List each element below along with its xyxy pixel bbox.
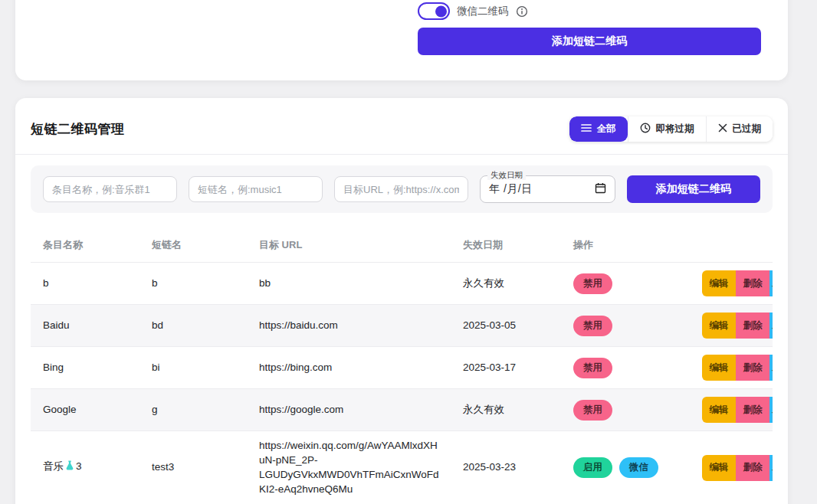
x-icon (718, 123, 727, 135)
cell-shortlink-name: bd (139, 311, 247, 341)
edit-button[interactable]: 编辑 (702, 355, 736, 381)
col-header-url: 目标 URL (247, 238, 451, 252)
qr-manager-card: 短链二维码管理 全部 即将过期 已过期 失效日期 年 /月/日 添加短链二维码 (15, 98, 788, 504)
cell-expiry-date: 2025-03-17 (451, 353, 561, 383)
action-button-group: 编辑删除二维码 (702, 397, 773, 423)
cell-expiry-date: 永久有效 (451, 269, 561, 299)
filter-tab-label: 即将过期 (656, 123, 694, 136)
expiry-date-value: 年 /月/日 (489, 182, 533, 196)
cell-target-url: https://baidu.com (247, 311, 451, 341)
cell-status: 禁用 (561, 308, 690, 344)
target-url-input[interactable] (334, 176, 468, 202)
delete-button[interactable]: 删除 (736, 313, 769, 339)
wechat-qr-toggle-label: 微信二维码 (457, 5, 509, 18)
clock-icon (640, 123, 651, 136)
action-button-group: 编辑删除二维码 (702, 270, 773, 296)
edit-button[interactable]: 编辑 (702, 455, 736, 481)
wechat-qr-toggle[interactable] (418, 2, 450, 20)
cell-target-url: https://weixin.qq.com/g/AwYAAMlxdXHuN-pN… (247, 431, 451, 504)
delete-button[interactable]: 删除 (736, 355, 769, 381)
qrcode-button[interactable]: 二维码 (769, 270, 773, 296)
edit-button[interactable]: 编辑 (702, 270, 736, 296)
qrcode-button[interactable]: 二维码 (769, 355, 773, 381)
expiry-date-label: 失效日期 (487, 170, 526, 180)
col-header-name: 条目名称 (31, 238, 139, 252)
edit-button[interactable]: 编辑 (702, 397, 736, 423)
wechat-badge[interactable]: 微信 (619, 457, 658, 478)
table-row: Googleghttps://google.com永久有效禁用编辑删除二维码 (31, 388, 773, 430)
cell-shortlink-name: g (139, 395, 247, 425)
flask-emoji (64, 460, 75, 476)
qrcode-button[interactable]: 二维码 (769, 313, 773, 339)
toggle-knob (435, 5, 447, 17)
disable-button[interactable]: 禁用 (573, 400, 612, 421)
table-row: bbbb永久有效禁用编辑删除二维码 (31, 262, 773, 304)
delete-button[interactable]: 删除 (736, 270, 769, 296)
cell-status: 禁用 (561, 266, 690, 302)
cell-status: 启用微信 (561, 450, 690, 486)
add-shortlink-qr-button-top[interactable]: 添加短链二维码 (418, 28, 761, 55)
qr-form-card: 微信二维码 添加短链二维码 (15, 0, 788, 80)
delete-button[interactable]: 删除 (736, 455, 769, 481)
cell-target-url: bb (247, 269, 451, 299)
col-header-actions: 操作 (561, 238, 690, 252)
col-header-expiry: 失效日期 (451, 238, 561, 252)
cell-actions: 编辑删除二维码 (690, 263, 773, 304)
wechat-toggle-row: 微信二维码 (418, 2, 528, 20)
expiry-date-input[interactable]: 失效日期 年 /月/日 (480, 175, 615, 203)
filter-tab-expired[interactable]: 已过期 (706, 116, 773, 142)
disable-button[interactable]: 禁用 (573, 273, 612, 294)
page-title: 短链二维码管理 (31, 120, 125, 138)
cell-target-url: https://bing.com (247, 353, 451, 383)
shortlink-name-input[interactable] (189, 176, 323, 202)
qrcode-button[interactable]: 二维码 (769, 455, 773, 481)
cell-status: 禁用 (561, 392, 690, 428)
cell-entry-name: 音乐3 (31, 452, 139, 483)
cell-actions: 编辑删除二维码 (690, 447, 773, 489)
qr-table-body: bbbb永久有效禁用编辑删除二维码Baidubdhttps://baidu.co… (31, 262, 773, 504)
cell-shortlink-name: b (139, 269, 247, 299)
cell-actions: 编辑删除二维码 (690, 347, 773, 388)
filter-tab-label: 已过期 (733, 123, 762, 136)
cell-expiry-date: 2025-03-23 (451, 453, 561, 483)
cell-entry-name: b (31, 269, 139, 299)
cell-entry-name: Google (31, 395, 139, 425)
cell-shortlink-name: bi (139, 353, 247, 383)
filter-tab-group: 全部 即将过期 已过期 (569, 116, 773, 142)
delete-button[interactable]: 删除 (736, 397, 769, 423)
cell-entry-name: Baidu (31, 311, 139, 341)
add-entry-form: 失效日期 年 /月/日 添加短链二维码 (31, 165, 773, 213)
disable-button[interactable]: 禁用 (573, 316, 612, 336)
cell-target-url: https://google.com (247, 395, 451, 425)
table-row: Bingbihttps://bing.com2025-03-17禁用编辑删除二维… (31, 346, 773, 388)
cell-actions: 编辑删除二维码 (690, 305, 773, 346)
filter-tab-all[interactable]: 全部 (569, 116, 628, 142)
cell-actions: 编辑删除二维码 (690, 389, 773, 430)
add-shortlink-qr-button[interactable]: 添加短链二维码 (627, 175, 760, 203)
cell-expiry-date: 2025-03-05 (451, 311, 561, 341)
cell-shortlink-name: test3 (139, 453, 247, 483)
manager-header: 短链二维码管理 全部 即将过期 已过期 (15, 116, 788, 155)
cell-expiry-date: 永久有效 (451, 395, 561, 425)
qrcode-button[interactable]: 二维码 (769, 397, 773, 423)
entry-name-input[interactable] (43, 176, 177, 202)
action-button-group: 编辑删除二维码 (702, 313, 773, 339)
table-header-row: 条目名称 短链名 目标 URL 失效日期 操作 (31, 228, 773, 262)
table-row: Baidubdhttps://baidu.com2025-03-05禁用编辑删除… (31, 304, 773, 346)
cell-entry-name: Bing (31, 353, 139, 383)
action-button-group: 编辑删除二维码 (702, 355, 773, 381)
action-button-group: 编辑删除二维码 (702, 455, 773, 481)
list-icon (581, 123, 592, 135)
table-row: 音乐3test3https://weixin.qq.com/g/AwYAAMlx… (31, 430, 773, 504)
info-icon[interactable] (516, 5, 528, 18)
qr-table: 条目名称 短链名 目标 URL 失效日期 操作 bbbb永久有效禁用编辑删除二维… (31, 222, 773, 504)
edit-button[interactable]: 编辑 (702, 313, 736, 339)
filter-tab-expiring[interactable]: 即将过期 (628, 116, 706, 142)
cell-status: 禁用 (561, 350, 690, 386)
col-header-slug: 短链名 (139, 238, 247, 252)
enable-button[interactable]: 启用 (573, 457, 612, 478)
disable-button[interactable]: 禁用 (573, 358, 612, 378)
filter-tab-label: 全部 (597, 123, 616, 136)
calendar-icon[interactable] (595, 182, 606, 197)
